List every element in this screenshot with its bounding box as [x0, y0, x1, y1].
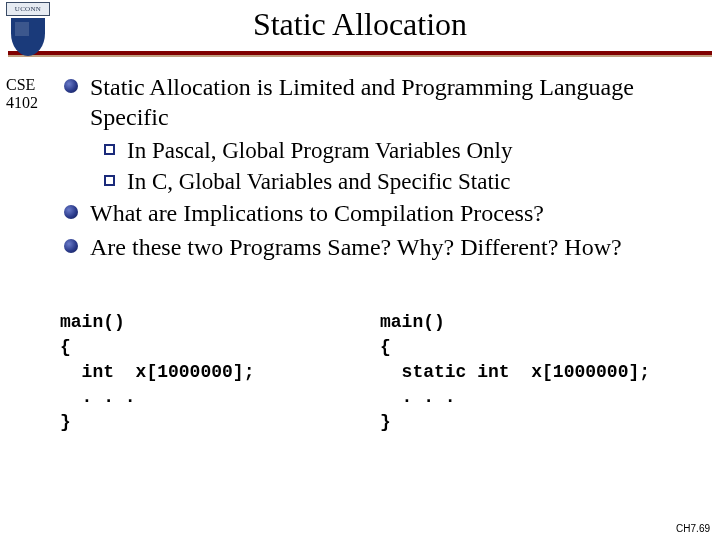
- code-right: main() { static int x[1000000]; . . . }: [380, 310, 700, 435]
- course-line1: CSE: [6, 76, 38, 94]
- course-label: CSE 4102: [6, 76, 38, 112]
- slide-root: UCONN Static Allocation CSE 4102 Static …: [0, 0, 720, 540]
- bullet-2-text: What are Implications to Compilation Pro…: [90, 198, 544, 228]
- bullet-1b-text: In C, Global Variables and Specific Stat…: [127, 167, 510, 196]
- course-line2: 4102: [6, 94, 38, 112]
- logo: UCONN: [6, 2, 50, 56]
- bullet-1: Static Allocation is Limited and Program…: [64, 72, 704, 132]
- disc-bullet-icon: [64, 239, 78, 253]
- bullet-3-text: Are these two Programs Same? Why? Differ…: [90, 232, 622, 262]
- code-left-col: main() { int x[1000000]; . . . }: [60, 310, 380, 435]
- logo-wordmark: UCONN: [6, 2, 50, 16]
- bullet-1b: In C, Global Variables and Specific Stat…: [104, 167, 704, 196]
- bullet-1a: In Pascal, Global Program Variables Only: [104, 136, 704, 165]
- disc-bullet-icon: [64, 79, 78, 93]
- bullet-1a-text: In Pascal, Global Program Variables Only: [127, 136, 512, 165]
- square-bullet-icon: [104, 175, 115, 186]
- bullet-3: Are these two Programs Same? Why? Differ…: [64, 232, 704, 262]
- bullet-1-text: Static Allocation is Limited and Program…: [90, 72, 704, 132]
- code-right-col: main() { static int x[1000000]; . . . }: [380, 310, 700, 435]
- content: Static Allocation is Limited and Program…: [64, 72, 704, 266]
- code-left: main() { int x[1000000]; . . . }: [60, 310, 380, 435]
- square-bullet-icon: [104, 144, 115, 155]
- shield-icon: [11, 18, 45, 56]
- disc-bullet-icon: [64, 205, 78, 219]
- code-row: main() { int x[1000000]; . . . } main() …: [60, 310, 700, 435]
- slide-title: Static Allocation: [0, 6, 720, 43]
- title-bar: Static Allocation: [0, 0, 720, 43]
- slide-footer: CH7.69: [676, 523, 710, 534]
- divider-light: [8, 55, 712, 57]
- bullet-2: What are Implications to Compilation Pro…: [64, 198, 704, 228]
